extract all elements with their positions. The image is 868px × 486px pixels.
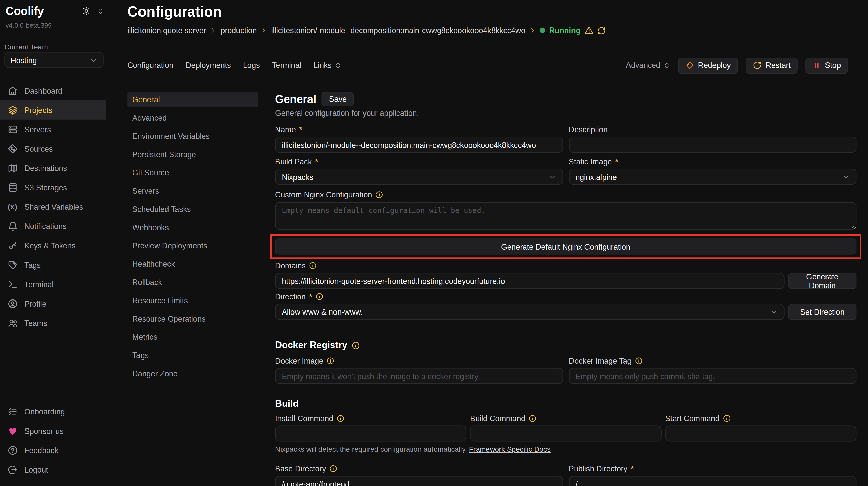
chevrons-up-down-icon <box>663 62 670 69</box>
install-command-input[interactable] <box>275 425 466 442</box>
subnav-item-rollback[interactable]: Rollback <box>127 274 258 290</box>
checklist-icon <box>8 407 18 417</box>
app-title: Coolify <box>6 4 44 18</box>
set-direction-button[interactable]: Set Direction <box>788 304 856 320</box>
restart-button[interactable]: Restart <box>746 57 798 73</box>
docker-image-tag-input[interactable] <box>569 368 857 384</box>
base-directory-input[interactable] <box>275 476 563 486</box>
build-pack-select[interactable]: Nixpacks <box>275 169 563 185</box>
sidebar-item-logout[interactable]: Logout <box>0 460 111 479</box>
description-label: Description <box>569 125 857 134</box>
subnav-item-servers[interactable]: Servers <box>127 183 258 199</box>
subnav-item-webhooks[interactable]: Webhooks <box>127 220 258 235</box>
theme-toggle-sun-icon[interactable] <box>82 7 91 15</box>
chevron-right-icon <box>210 27 217 34</box>
subnav-item-persistent-storage[interactable]: Persistent Storage <box>127 147 258 162</box>
sidebar-item-sponsor-us[interactable]: Sponsor us <box>0 421 111 441</box>
sidebar-item-label: Keys & Tokens <box>25 241 75 250</box>
sidebar-item-onboarding[interactable]: Onboarding <box>0 402 111 421</box>
chevron-right-icon <box>529 27 536 34</box>
sidebar-item-shared-variables[interactable]: (x)Shared Variables <box>0 197 111 216</box>
stop-icon <box>813 61 821 69</box>
sidebar-item-label: Terminal <box>25 280 54 289</box>
warning-icon[interactable] <box>584 26 593 35</box>
sidebar-item-sources[interactable]: Sources <box>0 139 111 158</box>
subnav-item-general[interactable]: General <box>127 92 258 107</box>
subnav-item-healthcheck[interactable]: Healthcheck <box>127 256 258 272</box>
sidebar-item-label: Onboarding <box>25 407 65 416</box>
generate-domain-button[interactable]: Generate Domain <box>788 273 856 289</box>
sidebar-item-teams[interactable]: Teams <box>0 313 111 332</box>
breadcrumb-item[interactable]: illicitonion quote server <box>127 26 206 35</box>
direction-select[interactable]: Allow www & non-www. <box>275 304 784 320</box>
direction-label: Direction* <box>275 292 856 301</box>
sidebar-item-feedback[interactable]: Feedback <box>0 441 111 460</box>
subnav-item-metrics[interactable]: Metrics <box>127 329 258 345</box>
map-icon <box>8 163 18 173</box>
info-icon <box>635 357 643 365</box>
tab-deployments[interactable]: Deployments <box>186 61 231 70</box>
subnav-item-danger-zone[interactable]: Danger Zone <box>127 366 258 381</box>
subnav-item-resource-operations[interactable]: Resource Operations <box>127 311 258 326</box>
refresh-icon[interactable] <box>597 26 606 35</box>
sidebar-item-servers[interactable]: Servers <box>0 120 111 139</box>
sidebar-item-terminal[interactable]: Terminal <box>0 274 111 294</box>
sidebar-item-tags[interactable]: Tags <box>0 255 111 274</box>
generate-nginx-button[interactable]: Generate Default Nginx Configuration <box>275 238 856 254</box>
sidebar-item-dashboard[interactable]: Dashboard <box>0 81 111 100</box>
sidebar-item-label: Profile <box>25 299 46 308</box>
subnav-item-resource-limits[interactable]: Resource Limits <box>127 293 258 308</box>
custom-nginx-textarea[interactable] <box>275 202 856 230</box>
breadcrumb-item[interactable]: illicitestonion/-module--decomposition:m… <box>271 26 525 35</box>
stop-button[interactable]: Stop <box>806 57 848 73</box>
sidebar-item-label: Feedback <box>25 446 59 455</box>
breadcrumb-item[interactable]: production <box>220 26 256 35</box>
static-image-select[interactable]: nginx:alpine <box>569 169 857 185</box>
sidebar-item-s3-storages[interactable]: S3 Storages <box>0 177 111 197</box>
nixpacks-note: Nixpacks will detect the required config… <box>275 445 856 453</box>
name-input[interactable] <box>275 137 563 153</box>
sidebar-item-label: Teams <box>25 319 48 327</box>
static-image-label: Static Image* <box>569 157 857 166</box>
section-heading: General <box>275 93 316 105</box>
docker-image-input[interactable] <box>275 368 563 384</box>
team-select[interactable]: Hosting <box>4 52 103 68</box>
save-button[interactable]: Save <box>322 92 354 106</box>
section-subtitle: General configuration for your applicati… <box>275 108 856 117</box>
subnav-item-advanced[interactable]: Advanced <box>127 110 258 126</box>
start-command-input[interactable] <box>665 425 856 442</box>
publish-directory-label: Publish Directory* <box>569 464 857 473</box>
subnav-item-git-source[interactable]: Git Source <box>127 165 258 181</box>
build-command-label: Build Command <box>470 414 661 423</box>
publish-directory-input[interactable] <box>569 476 857 486</box>
subnav-item-scheduled-tasks[interactable]: Scheduled Tasks <box>127 201 258 217</box>
domains-input[interactable] <box>275 273 784 289</box>
tab-logs[interactable]: Logs <box>243 61 260 70</box>
subnav-item-preview-deployments[interactable]: Preview Deployments <box>127 238 258 253</box>
framework-docs-link[interactable]: Framework Specific Docs <box>469 445 551 453</box>
description-input[interactable] <box>569 137 857 153</box>
advanced-dropdown[interactable]: Advanced <box>626 61 671 70</box>
build-command-input[interactable] <box>470 425 661 442</box>
sidebar-item-label: Projects <box>25 105 53 114</box>
bell-icon <box>8 221 18 231</box>
sidebar-item-destinations[interactable]: Destinations <box>0 158 111 177</box>
subnav-item-environment-variables[interactable]: Environment Variables <box>127 129 258 144</box>
tab-links[interactable]: Links <box>313 61 341 70</box>
redeploy-button[interactable]: Redeploy <box>678 57 738 73</box>
user-circle-icon <box>8 298 18 309</box>
theme-select-chevrons-icon[interactable] <box>97 7 104 14</box>
status-running-link[interactable]: Running <box>549 26 580 35</box>
tab-terminal[interactable]: Terminal <box>272 61 301 70</box>
sidebar-item-profile[interactable]: Profile <box>0 294 111 313</box>
build-pack-label: Build Pack* <box>275 157 563 166</box>
sidebar-item-projects[interactable]: Projects <box>0 100 106 120</box>
breadcrumb: illicitonion quote serverproductionillic… <box>127 26 605 35</box>
stop-label: Stop <box>825 61 841 70</box>
sidebar-item-keys-tokens[interactable]: Keys & Tokens <box>0 236 111 255</box>
build-pack-value: Nixpacks <box>282 172 313 181</box>
subnav-item-tags[interactable]: Tags <box>127 348 258 363</box>
tab-configuration[interactable]: Configuration <box>127 61 173 70</box>
sidebar-item-notifications[interactable]: Notifications <box>0 216 111 236</box>
info-icon <box>529 415 536 422</box>
